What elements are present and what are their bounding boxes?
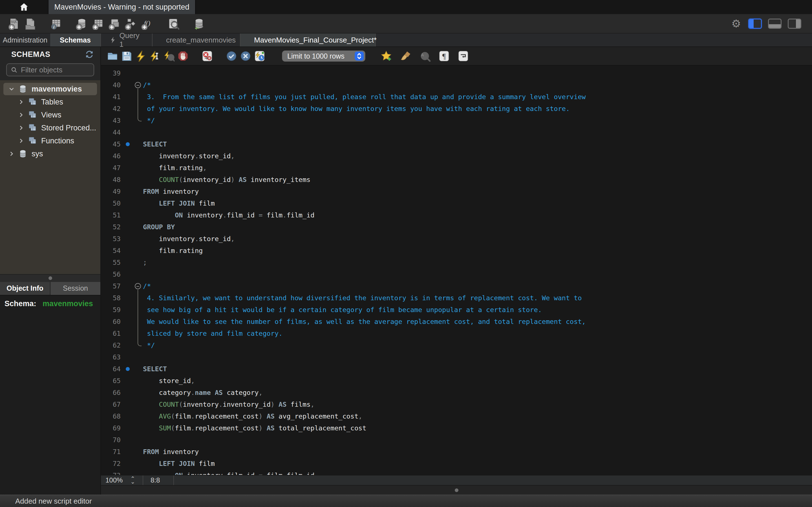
new-procedure-button[interactable] <box>123 16 138 31</box>
stop-button[interactable] <box>176 49 190 63</box>
code-line[interactable]: 59 see how big of a hit it would be if a… <box>101 304 812 316</box>
code-line[interactable]: 45SELECT <box>101 138 812 150</box>
tab-session[interactable]: Session <box>50 282 100 295</box>
gutter-markers <box>121 126 143 138</box>
code-line[interactable]: 70 <box>101 434 812 446</box>
explain-button[interactable] <box>162 49 175 63</box>
output-splitter[interactable] <box>101 485 812 495</box>
code-line[interactable]: 54 film.rating <box>101 245 812 257</box>
editor-tab-create-mavenmovies[interactable]: create_mavenmovies <box>153 34 241 47</box>
code-line[interactable]: 46 inventory.store_id, <box>101 150 812 162</box>
code-line[interactable]: 72 LEFT JOIN film <box>101 458 812 469</box>
search-objects-button[interactable] <box>166 16 181 31</box>
tab-administration[interactable]: Administration <box>0 34 50 47</box>
filter-objects-input[interactable] <box>21 66 90 74</box>
editor-tab-label: MavenMovies_Final_Course_Project* <box>254 36 377 45</box>
lightning-icon <box>110 36 116 44</box>
code-line[interactable]: 68 AVG(film.replacement_cost) AS avg_rep… <box>101 410 812 422</box>
code-line[interactable]: 64SELECT <box>101 363 812 375</box>
home-button[interactable] <box>0 0 48 14</box>
schema-tree-item-views[interactable]: Views <box>0 108 100 121</box>
refresh-schemas-button[interactable] <box>85 50 94 59</box>
toggle-stop-on-error-button[interactable] <box>201 49 214 63</box>
code-line[interactable]: 61 sliced by store and film category. <box>101 328 812 339</box>
code-line[interactable]: 56 <box>101 269 812 280</box>
code-line[interactable]: 53 inventory.store_id, <box>101 233 812 245</box>
tab-object-info[interactable]: Object Info <box>0 282 50 295</box>
editor-tab-mavenmovies-final-course-project[interactable]: MavenMovies_Final_Course_Project* <box>241 34 376 47</box>
toggle-bottom-panel-button[interactable] <box>768 18 781 29</box>
connection-tab[interactable]: MavenMovies - Warning - not supported <box>48 0 196 14</box>
folder-objects-icon <box>28 136 37 146</box>
save-script-button[interactable] <box>120 49 133 63</box>
zoom-stepper[interactable]: ⌃⌄ <box>129 477 137 483</box>
code-line[interactable]: 73 ON inventory.film_id = film.film_id <box>101 469 812 475</box>
db-sync-button[interactable] <box>192 16 206 31</box>
code-line[interactable]: 43 */ <box>101 115 812 126</box>
fold-collapse-icon[interactable] <box>135 283 141 289</box>
find-button[interactable]: A <box>418 49 432 63</box>
line-number: 56 <box>101 270 121 278</box>
new-table-button[interactable] <box>91 16 105 31</box>
code-line[interactable]: 66 category.name AS category, <box>101 387 812 399</box>
toggle-right-panel-button[interactable] <box>788 18 801 29</box>
code-line[interactable]: 57/* <box>101 280 812 292</box>
limit-rows-select[interactable]: Limit to 1000 rows <box>282 50 365 62</box>
schema-tree-item-stored-proced[interactable]: Stored Proced... <box>0 121 100 134</box>
execute-button[interactable] <box>134 49 147 63</box>
table-info-button[interactable]: i <box>49 16 63 31</box>
code-line[interactable]: 50 LEFT JOIN film <box>101 198 812 209</box>
code-line[interactable]: 40/* <box>101 79 812 91</box>
code-line[interactable]: 51 ON inventory.film_id = film.film_id <box>101 209 812 221</box>
fold-collapse-icon[interactable] <box>135 82 141 88</box>
code-line[interactable]: 39 <box>101 67 812 79</box>
schema-tree-item-sys[interactable]: sys <box>0 147 100 160</box>
code-area[interactable]: 3940/*41 3. From the same list of films … <box>101 66 812 475</box>
new-schema-button[interactable] <box>74 16 89 31</box>
preferences-button[interactable]: ⚙ <box>731 18 741 29</box>
tab-schemas[interactable]: Schemas <box>50 34 100 47</box>
code-line[interactable]: 42 of your inventory. We would like to k… <box>101 103 812 115</box>
code-line[interactable]: 48 COUNT(inventory_id) AS inventory_item… <box>101 174 812 186</box>
titlebar: MavenMovies - Warning - not supported <box>0 0 812 14</box>
splitter-handle-dot <box>49 276 52 280</box>
code-line[interactable]: 67 COUNT(inventory.inventory_id) AS film… <box>101 399 812 410</box>
code-line[interactable]: 58 4. Similarly, we want to understand h… <box>101 292 812 304</box>
rollback-button[interactable] <box>239 49 252 63</box>
code-text: ON inventory.film_id = film.film_id <box>143 211 314 219</box>
commit-button[interactable] <box>225 49 238 63</box>
open-sql-script-button[interactable] <box>22 16 37 31</box>
code-line[interactable]: 65 store_id, <box>101 375 812 387</box>
code-line[interactable]: 60 We would like to see the number of fi… <box>101 316 812 328</box>
execute-current-button[interactable] <box>148 49 161 63</box>
new-sql-script-button[interactable]: SQL <box>6 16 21 31</box>
schema-tree-item-mavenmovies[interactable]: mavenmovies <box>0 82 100 96</box>
line-number: 57 <box>101 282 121 290</box>
sidebar-splitter[interactable] <box>0 274 100 282</box>
snippet-add-button[interactable] <box>380 49 393 63</box>
code-line[interactable]: 47 film.rating, <box>101 162 812 174</box>
new-view-button[interactable] <box>107 16 122 31</box>
code-line[interactable]: 49FROM inventory <box>101 186 812 198</box>
schema-tree-item-tables[interactable]: Tables <box>0 96 100 108</box>
chevron-down-icon: ⌄ <box>131 480 135 483</box>
code-line[interactable]: 71FROM inventory <box>101 446 812 458</box>
new-function-button[interactable]: f() <box>140 16 154 31</box>
code-line[interactable]: 41 3. From the same list of films you ju… <box>101 91 812 103</box>
code-line[interactable]: 62 */ <box>101 339 812 351</box>
toggle-left-panel-button[interactable] <box>748 18 762 29</box>
wrap-button[interactable] <box>457 49 470 63</box>
open-script-button[interactable] <box>106 49 119 63</box>
beautify-button[interactable] <box>399 49 412 63</box>
code-line[interactable]: 44 <box>101 126 812 138</box>
code-line[interactable]: 55; <box>101 257 812 269</box>
statement-marker-dot <box>126 367 130 371</box>
app-status-bar: Added new script editor <box>0 495 812 507</box>
invisibles-button[interactable]: ¶ <box>438 49 451 63</box>
editor-tab-query-1[interactable]: Query 1 <box>101 34 153 47</box>
toggle-autocommit-button[interactable] <box>253 49 266 63</box>
schema-tree-item-functions[interactable]: Functions <box>0 134 100 147</box>
code-line[interactable]: 63 <box>101 351 812 363</box>
code-line[interactable]: 69 SUM(film.replacement_cost) AS total_r… <box>101 422 812 434</box>
code-line[interactable]: 52GROUP BY <box>101 221 812 233</box>
